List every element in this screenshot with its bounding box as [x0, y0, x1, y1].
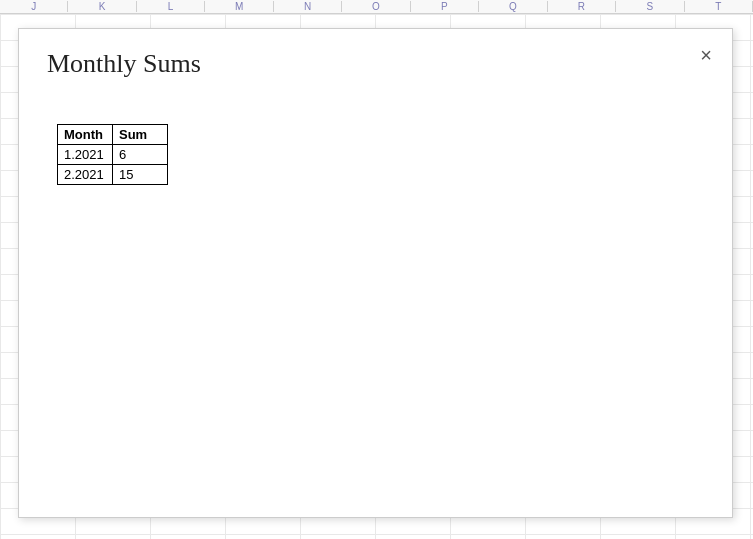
cell-month: 1.2021: [58, 145, 113, 165]
column-headers: J K L M N O P Q R S T: [0, 0, 753, 14]
col-K: K: [68, 1, 136, 12]
close-button[interactable]: ×: [700, 45, 712, 65]
cell-sum: 6: [113, 145, 168, 165]
col-T: T: [685, 1, 753, 12]
col-P: P: [411, 1, 479, 12]
table-row: 2.202115: [58, 165, 168, 185]
dialog-content: Month Sum 1.202162.202115: [57, 124, 168, 185]
col-J: J: [0, 1, 68, 12]
col-L: L: [137, 1, 205, 12]
cell-sum: 15: [113, 165, 168, 185]
dialog: Monthly Sums × Month Sum 1.202162.202115: [18, 28, 733, 518]
column-header-month: Month: [58, 125, 113, 145]
cell-month: 2.2021: [58, 165, 113, 185]
col-O: O: [342, 1, 410, 12]
col-R: R: [548, 1, 616, 12]
column-header-sum: Sum: [113, 125, 168, 145]
dialog-title: Monthly Sums: [47, 49, 201, 79]
monthly-sums-table: Month Sum 1.202162.202115: [57, 124, 168, 185]
table-header-row: Month Sum: [58, 125, 168, 145]
col-M: M: [205, 1, 273, 12]
table-row: 1.20216: [58, 145, 168, 165]
col-N: N: [274, 1, 342, 12]
col-S: S: [616, 1, 684, 12]
col-Q: Q: [479, 1, 547, 12]
